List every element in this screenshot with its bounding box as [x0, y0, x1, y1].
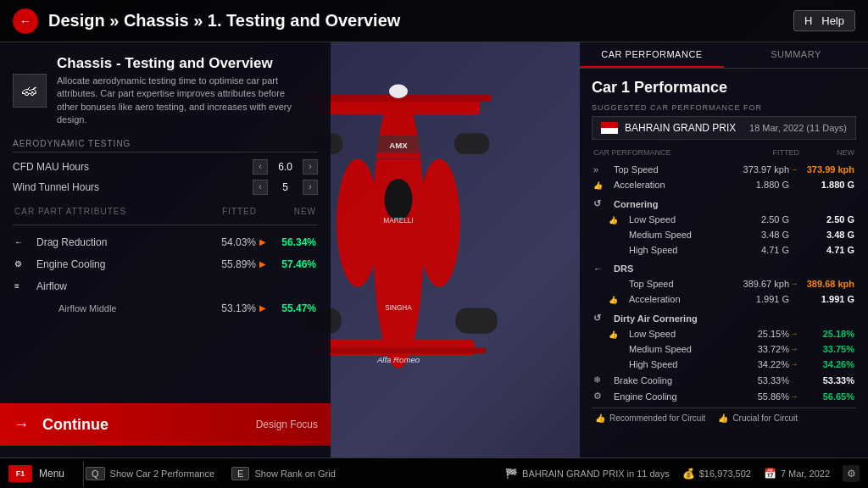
svg-point-6 [418, 159, 460, 287]
wind-decrease-btn[interactable]: ‹ [253, 180, 268, 195]
settings-button[interactable]: ⚙ [843, 465, 860, 482]
top-speed-fitted: 373.97 kph [726, 164, 789, 175]
money-icon: 💰 [682, 468, 695, 480]
race-info: 🏁 BAHRAIN GRAND PRIX in 11 days [505, 468, 670, 480]
airflow-mid-icon [14, 302, 31, 315]
header: ← Design » Chassis » 1. Testing and Over… [0, 0, 868, 42]
help-label: Help [821, 14, 844, 27]
continue-button[interactable]: → Continue Design Focus [0, 403, 331, 446]
part-drag-reduction: ← Drag Reduction 54.03% ▶ 56.34% [13, 232, 318, 252]
continue-sub: Design Focus [256, 419, 318, 430]
perf-engine-cooling: ⚙ Engine Cooling 55.86% → 56.65% [592, 388, 856, 404]
da-low-fitted: 25.15% [726, 329, 789, 339]
acceleration-fitted: 1.880 G [726, 180, 789, 190]
date-icon: 📅 [764, 468, 776, 480]
car-parts-table: ← Drag Reduction 54.03% ▶ 56.34% ⚙ Engin… [13, 232, 318, 319]
tab-car-performance[interactable]: CAR PERFORMANCE [580, 42, 724, 68]
drs-name: DRS [614, 263, 726, 274]
date-text: 7 Mar, 2022 [781, 469, 830, 479]
right-panel: CAR PERFORMANCE SUMMARY Car 1 Performanc… [580, 42, 868, 458]
perf-top-speed: » Top Speed 373.97 kph → 373.99 kph [592, 162, 856, 177]
da-high-arrow: → [789, 360, 799, 369]
top-speed-icon: » [593, 164, 610, 175]
drs-ts-fitted: 389.67 kph [726, 279, 789, 289]
crucial-icon: 👍 [718, 413, 728, 423]
da-high-fitted: 34.22% [726, 359, 789, 369]
wind-value: 5 [275, 181, 296, 193]
eng-cool-fitted: 55.86% [726, 391, 789, 402]
right-content: Car 1 Performance SUGGESTED CAR PERFORMA… [580, 69, 868, 453]
menu-label: Menu [39, 468, 64, 480]
da-low-new: 25.18% [799, 329, 854, 339]
drag-icon: ← [14, 236, 31, 249]
perf-dirty-air-header: ↺ Dirty Air Cornering [592, 310, 856, 326]
left-panel: 🏎 Chassis - Testing and Overview Allocat… [0, 42, 331, 458]
drag-fitted: 54.03% [197, 236, 256, 248]
brake-cool-name: Brake Cooling [614, 375, 726, 385]
shortcut-car2[interactable]: Q Show Car 2 Performance [86, 467, 214, 480]
engine-cool-arrow: ▶ [256, 259, 270, 269]
perf-da-med: Medium Speed 33.72% → 33.75% [592, 341, 856, 357]
airflow-icon: ≡ [14, 280, 31, 293]
divider [83, 461, 84, 486]
car2-label: Show Car 2 Performance [110, 469, 215, 479]
legend-row: 👍 Recommended for Circuit 👍 Crucial for … [592, 408, 856, 428]
airflow-mid-fitted: 53.13% [197, 302, 256, 314]
acceleration-icon: 👍 [593, 180, 610, 190]
part-airflow-middle: Airflow Middle 53.13% ▶ 55.47% [13, 298, 318, 319]
rank-label: Show Rank on Grid [254, 469, 335, 479]
engine-cool-fitted: 55.89% [197, 258, 256, 270]
panel-title: Chassis - Testing and Overview [57, 55, 303, 72]
perf-med-speed: Medium Speed 3.48 G 3.48 G [592, 227, 856, 242]
da-low-arrow: → [789, 330, 799, 338]
svg-text:MARELLI: MARELLI [383, 217, 413, 225]
low-speed-name: Low Speed [629, 214, 726, 225]
da-low-icon: 👍 [609, 329, 626, 339]
engine-cool-new: 57.46% [270, 258, 316, 270]
part-engine-cooling: ⚙ Engine Cooling 55.89% ▶ 57.46% [13, 254, 318, 274]
da-low-name: Low Speed [629, 329, 726, 339]
drs-icon: ← [593, 263, 610, 274]
cfd-increase-btn[interactable]: › [303, 159, 318, 175]
aero-cfd-label: CFD MAU Hours [13, 161, 253, 173]
money-info: 💰 $16,973,502 [682, 468, 751, 480]
breadcrumb: Design » Chassis » 1. Testing and Overvi… [48, 11, 793, 30]
drs-ts-new: 389.68 kph [799, 279, 854, 289]
menu-button[interactable]: Menu [39, 468, 64, 480]
wind-increase-btn[interactable]: › [303, 180, 318, 195]
perf-table-header: CAR PERFORMANCE FITTED NEW [592, 148, 856, 157]
da-med-name: Medium Speed [629, 344, 726, 354]
perf-da-low: 👍 Low Speed 25.15% → 25.18% [592, 326, 856, 341]
drs-accel-name: Acceleration [629, 294, 726, 304]
svg-rect-4 [311, 347, 486, 353]
back-icon: ← [19, 14, 31, 28]
drs-accel-new: 1.991 G [799, 294, 854, 304]
race-date: 18 Mar, 2022 (11 Days) [749, 123, 847, 133]
engine-cool-name: Engine Cooling [36, 258, 197, 270]
perf-high-speed: High Speed 4.71 G 4.71 G [592, 242, 856, 258]
panel-description: Allocate aerodynamic testing time to opt… [57, 75, 303, 127]
back-button[interactable]: ← [13, 8, 38, 34]
date-info: 📅 7 Mar, 2022 [764, 468, 830, 480]
perf-cornering-header: ↺ Cornering [592, 196, 856, 212]
high-speed-fitted: 4.71 G [726, 245, 789, 255]
top-speed-name: Top Speed [614, 164, 726, 175]
cfd-decrease-btn[interactable]: ‹ [253, 159, 268, 175]
panel-header: 🏎 Chassis - Testing and Overview Allocat… [13, 55, 318, 127]
help-button[interactable]: H Help [793, 10, 855, 31]
cornering-icon: ↺ [593, 198, 610, 209]
tab-summary[interactable]: SUMMARY [724, 42, 868, 68]
airflow-mid-new: 55.47% [270, 302, 316, 314]
svg-rect-1 [317, 101, 481, 115]
aero-section-label: AERODYNAMIC TESTING [13, 139, 318, 152]
continue-label: Continue [42, 416, 256, 434]
suggested-label: SUGGESTED CAR PERFORMANCE FOR [592, 103, 856, 112]
med-speed-name: Medium Speed [629, 230, 726, 240]
drs-accel-fitted: 1.991 G [726, 294, 789, 304]
shortcut-rank[interactable]: E Show Rank on Grid [231, 467, 336, 480]
da-high-new: 34.26% [799, 359, 854, 369]
svg-rect-8 [454, 133, 489, 154]
svg-point-0 [373, 89, 425, 369]
aero-cfd-row: CFD MAU Hours ‹ 6.0 › [13, 159, 318, 175]
airflow-mid-name: Airflow Middle [36, 303, 197, 313]
